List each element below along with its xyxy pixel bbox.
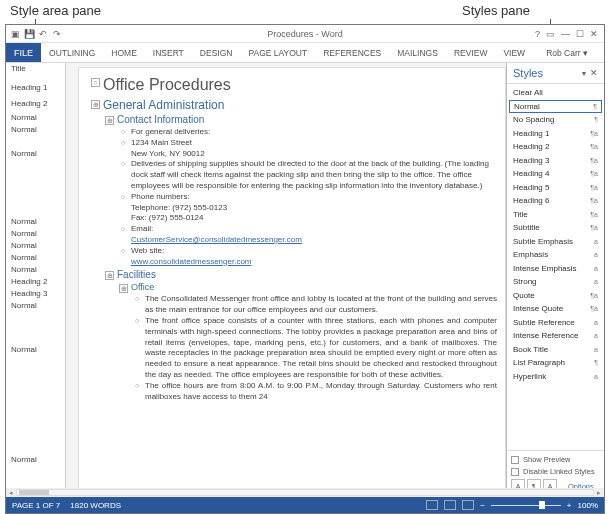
close-pane-icon[interactable]: ✕ [590, 68, 598, 78]
bullet: 1234 Main StreetNew York, NY 90012 [131, 138, 497, 160]
style-area-row: Normal [6, 300, 65, 312]
bullet: The Consolidated Messenger front office … [145, 294, 497, 316]
word-icon: ▣ [10, 29, 20, 39]
web-link[interactable]: www.consolidatedmessenger.com [131, 257, 252, 266]
redo-icon[interactable]: ↷ [52, 29, 62, 39]
style-item[interactable]: Heading 2¶a [509, 140, 602, 154]
disable-linked-checkbox[interactable]: Disable Linked Styles [511, 467, 600, 476]
help-icon[interactable]: ? [535, 29, 540, 39]
style-item[interactable]: Normal¶ [509, 100, 602, 114]
tab-home[interactable]: HOME [103, 43, 145, 62]
zoom-slider[interactable] [491, 505, 561, 506]
maximize-icon[interactable]: ☐ [576, 29, 584, 39]
scroll-right-icon[interactable]: ▸ [594, 489, 604, 497]
document-area: ○ Office Procedures ⊕ General Administra… [66, 63, 506, 497]
style-item[interactable]: Heading 6¶a [509, 194, 602, 208]
quick-access-toolbar: ▣ 💾 ↶ ↷ [6, 29, 66, 39]
style-item[interactable]: No Spacing¶ [509, 113, 602, 127]
print-layout-icon[interactable] [444, 500, 456, 510]
style-item[interactable]: Heading 1¶a [509, 127, 602, 141]
page-indicator[interactable]: PAGE 1 OF 7 [12, 501, 60, 510]
style-item[interactable]: Heading 5¶a [509, 181, 602, 195]
style-item[interactable]: Stronga [509, 275, 602, 289]
email-link[interactable]: CustomerService@consolidatedmessenger.co… [131, 235, 302, 244]
style-area-row: Normal [6, 264, 65, 276]
tab-file[interactable]: FILE [6, 43, 41, 62]
style-item[interactable]: Heading 3¶a [509, 154, 602, 168]
pin-icon[interactable]: ▾ [582, 69, 586, 78]
scroll-left-icon[interactable]: ◂ [6, 489, 16, 497]
bullet: Email: CustomerService@consolidatedmesse… [131, 224, 497, 246]
read-mode-icon[interactable] [426, 500, 438, 510]
tab-view[interactable]: VIEW [495, 43, 533, 62]
ribbon-options-icon[interactable]: ▭ [546, 29, 555, 39]
title-bar: ▣ 💾 ↶ ↷ Procedures - Word ? ▭ — ☐ ✕ [6, 25, 604, 43]
style-area-row: Title [6, 63, 65, 75]
tab-insert[interactable]: INSERT [145, 43, 192, 62]
style-item[interactable]: Intense Emphasisa [509, 262, 602, 276]
outline-toggle-icon[interactable]: ○ [91, 78, 100, 87]
undo-icon[interactable]: ↶ [38, 29, 48, 39]
ribbon-tabs: FILE OUTLINING HOME INSERT DESIGN PAGE L… [6, 43, 604, 63]
style-item[interactable]: Subtle Emphasisa [509, 235, 602, 249]
style-item[interactable]: Emphasisa [509, 248, 602, 262]
tab-review[interactable]: REVIEW [446, 43, 496, 62]
style-item[interactable]: Hyperlinka [509, 370, 602, 384]
tab-page-layout[interactable]: PAGE LAYOUT [240, 43, 315, 62]
style-area-row: Normal [6, 240, 65, 252]
style-area-pane: TitleHeading 1Heading 2NormalNormalNorma… [6, 63, 66, 497]
minimize-icon[interactable]: — [561, 29, 570, 39]
zoom-in-icon[interactable]: + [567, 501, 572, 510]
save-icon[interactable]: 💾 [24, 29, 34, 39]
heading3: Office [131, 282, 497, 292]
zoom-out-icon[interactable]: − [480, 501, 485, 510]
style-item[interactable]: Title¶a [509, 208, 602, 222]
show-preview-checkbox[interactable]: Show Preview [511, 455, 600, 464]
style-item[interactable]: Intense Referencea [509, 329, 602, 343]
heading1: General Administration [103, 98, 497, 112]
zoom-level[interactable]: 100% [578, 501, 598, 510]
status-bar: PAGE 1 OF 7 1820 WORDS − + 100% [6, 497, 604, 513]
outline-toggle-icon[interactable]: ⊕ [105, 116, 114, 125]
word-window: ▣ 💾 ↶ ↷ Procedures - Word ? ▭ — ☐ ✕ FILE… [5, 24, 605, 514]
workspace: TitleHeading 1Heading 2NormalNormalNorma… [6, 63, 604, 497]
heading2: Contact Information [117, 114, 497, 125]
horizontal-scrollbar[interactable]: ◂ ▸ [6, 488, 604, 497]
style-item[interactable]: Quote¶a [509, 289, 602, 303]
user-name[interactable]: Rob Carr ▾ [546, 48, 604, 58]
outline-toggle-icon[interactable]: ⊕ [91, 100, 100, 109]
style-item[interactable]: List Paragraph¶ [509, 356, 602, 370]
tab-references[interactable]: REFERENCES [315, 43, 389, 62]
close-icon[interactable]: ✕ [590, 29, 598, 39]
style-area-row: Heading 3 [6, 288, 65, 300]
style-area-row: Normal [6, 112, 65, 124]
style-area-row: Normal [6, 344, 65, 356]
style-item[interactable]: Subtle Referencea [509, 316, 602, 330]
word-count[interactable]: 1820 WORDS [70, 501, 121, 510]
bullet: The office hours are from 8:00 A.M. to 9… [145, 381, 497, 403]
tab-outlining[interactable]: OUTLINING [41, 43, 103, 62]
outline-toggle-icon[interactable]: ⊕ [105, 271, 114, 280]
doc-title-text: Office Procedures [103, 76, 497, 94]
style-item[interactable]: Intense Quote¶a [509, 302, 602, 316]
document-title: Procedures - Word [6, 29, 604, 39]
styles-pane-header: Styles ▾ ✕ [507, 63, 604, 84]
bullet: Web site: www.consolidatedmessenger.com [131, 246, 497, 268]
style-area-row: Normal [6, 216, 65, 228]
bullet: Phone numbers: Telephone: (972) 555-0123… [131, 192, 497, 224]
styles-pane: Styles ▾ ✕ Clear All Normal¶No Spacing¶H… [506, 63, 604, 497]
style-item[interactable]: Heading 4¶a [509, 167, 602, 181]
bullet: For general deliveries: [131, 127, 497, 138]
style-area-row: Heading 2 [6, 98, 65, 110]
style-area-row: Normal [6, 124, 65, 136]
styles-list: Clear All Normal¶No Spacing¶Heading 1¶aH… [507, 84, 604, 450]
style-clear-all[interactable]: Clear All [509, 86, 602, 100]
document-page[interactable]: ○ Office Procedures ⊕ General Administra… [78, 67, 506, 497]
style-item[interactable]: Subtitle¶a [509, 221, 602, 235]
style-item[interactable]: Book Titlea [509, 343, 602, 357]
window-controls: ? ▭ — ☐ ✕ [535, 29, 604, 39]
outline-toggle-icon[interactable]: ⊕ [119, 284, 128, 293]
tab-design[interactable]: DESIGN [192, 43, 241, 62]
web-layout-icon[interactable] [462, 500, 474, 510]
tab-mailings[interactable]: MAILINGS [389, 43, 446, 62]
